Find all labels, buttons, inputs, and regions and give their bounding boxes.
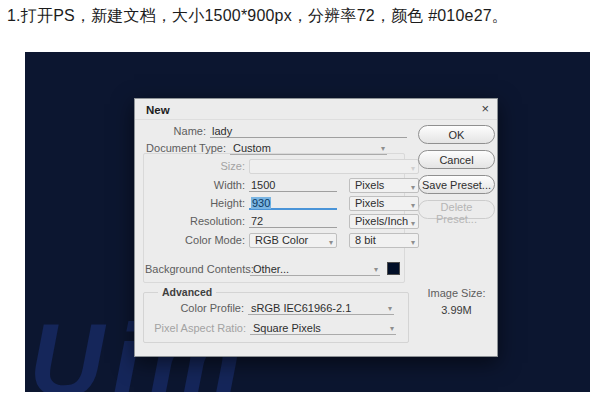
dialog-title: New [146,104,170,116]
resolution-label: Resolution: [145,214,245,228]
width-input[interactable]: 1500 [249,178,337,192]
size-dropdown: ▾ [249,159,419,174]
color-mode-value: RGB Color [255,234,308,246]
height-row: Height:930Pixels▾ [145,196,419,211]
pixel-aspect-ratio-value: Square Pixels [253,322,321,334]
pixel-aspect-ratio-dropdown[interactable]: Square Pixels▾ [250,321,396,335]
width-row: Width:1500Pixels▾ [145,178,419,193]
color-mode-label: Color Mode: [145,233,245,247]
height-unit-dropdown[interactable]: Pixels▾ [349,196,419,211]
color-mode-row: Color Mode:RGB Color▾8 bit▾ [145,233,419,248]
bit-depth-dropdown[interactable]: 8 bit▾ [349,233,419,248]
ok-button[interactable]: OK [418,125,495,144]
chevron-down-icon: ▾ [390,322,394,336]
name-input[interactable]: lady [210,124,407,138]
document-type-row: Document Type:Custom▾ [145,141,387,156]
new-document-dialog: New × Name:lady Document Type:Custom▾ Si… [134,98,498,357]
image-size-value: 3.99M [418,304,495,316]
chevron-down-icon: ▾ [411,236,415,249]
image-size-readout: Image Size: 3.99M [418,287,495,316]
tutorial-step-text: 1.打开PS，新建文档，大小1500*900px，分辨率72，颜色 #010e2… [7,6,508,27]
background-color-swatch[interactable] [387,262,400,275]
chevron-down-icon: ▾ [411,181,415,194]
width-unit-dropdown[interactable]: Pixels▾ [349,178,419,193]
pixel-aspect-ratio-label: Pixel Aspect Ratio: [145,321,246,335]
delete-preset-button: Delete Preset... [418,200,495,219]
chevron-down-icon: ▾ [374,263,378,277]
color-profile-label: Color Profile: [145,301,244,315]
dialog-titlebar: New × [135,99,497,120]
height-label: Height: [145,196,245,210]
height-unit-value: Pixels [355,197,384,209]
width-unit-value: Pixels [355,179,384,191]
chevron-down-icon: ▾ [388,302,392,316]
dialog-button-column: OK Cancel Save Preset... Delete Preset..… [418,125,495,225]
resolution-unit-dropdown[interactable]: Pixels/Inch▾ [349,214,419,229]
color-profile-dropdown[interactable]: sRGB IEC61966-2.1▾ [248,301,394,315]
background-contents-row: Background Contents:Other...▾ [145,262,400,277]
width-label: Width: [145,178,245,192]
size-row: Size:▾ [145,159,419,174]
chevron-down-icon: ▾ [411,217,415,230]
document-type-label: Document Type: [145,141,226,155]
name-row: Name:lady [145,124,407,139]
document-type-value: Custom [233,142,271,154]
cancel-button[interactable]: Cancel [418,150,495,169]
bit-depth-value: 8 bit [355,234,376,246]
chevron-down-icon: ▾ [411,162,415,175]
color-mode-dropdown[interactable]: RGB Color▾ [249,233,337,248]
advanced-section-label[interactable]: Advanced [158,286,216,298]
resolution-row: Resolution:72Pixels/Inch▾ [145,214,419,229]
name-label: Name: [145,124,206,138]
color-profile-value: sRGB IEC61966-2.1 [251,302,351,314]
save-preset-button[interactable]: Save Preset... [418,175,495,194]
background-contents-value: Other... [253,263,289,275]
chevron-down-icon: ▾ [329,236,333,249]
background-contents-dropdown[interactable]: Other...▾ [250,262,380,276]
height-selected-text: 930 [251,197,271,209]
document-type-dropdown[interactable]: Custom▾ [230,141,387,155]
close-icon[interactable]: × [481,102,489,116]
background-contents-label: Background Contents: [145,262,246,276]
resolution-input[interactable]: 72 [249,214,337,228]
resolution-unit-value: Pixels/Inch [355,215,408,227]
chevron-down-icon: ▾ [381,142,385,156]
height-input[interactable]: 930 [249,196,337,210]
color-profile-row: Color Profile:sRGB IEC61966-2.1▾ [145,301,394,316]
pixel-aspect-ratio-row: Pixel Aspect Ratio:Square Pixels▾ [145,321,396,336]
size-label: Size: [145,159,245,173]
chevron-down-icon: ▾ [411,199,415,212]
image-size-label: Image Size: [418,287,495,299]
